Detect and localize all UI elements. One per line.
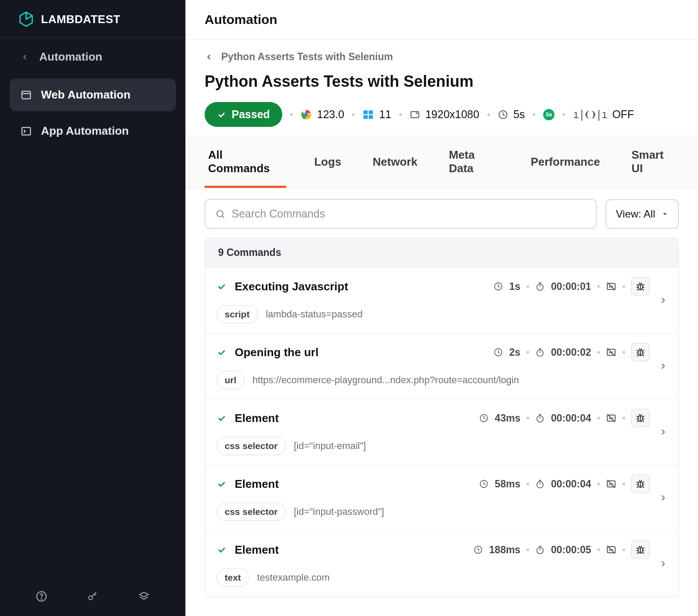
command-row[interactable]: Element 43ms 00:00:04 css selector [id="… — [205, 399, 678, 465]
stopwatch-icon — [535, 347, 545, 357]
duration-value: 5s — [513, 108, 525, 121]
check-icon — [216, 413, 227, 423]
command-title: Element — [235, 477, 279, 491]
chevron-left-icon — [21, 53, 29, 61]
browser-version: 123.0 — [317, 108, 345, 121]
sidebar-item-web-automation[interactable]: Web Automation — [10, 78, 176, 111]
sidebar: LAMBDATEST Automation Web Automation App… — [0, 0, 185, 616]
command-value: [id="input-password"] — [294, 506, 384, 517]
command-timestamp: 00:00:05 — [551, 544, 591, 556]
command-tag: css selector — [216, 437, 286, 455]
clock-icon — [493, 282, 503, 291]
sidebar-back[interactable]: Automation — [0, 38, 185, 76]
tab-meta-data[interactable]: Meta Data — [445, 136, 503, 188]
clock-icon — [493, 347, 503, 357]
expand-chevron[interactable] — [655, 475, 671, 521]
key-icon[interactable] — [86, 590, 99, 603]
search-icon — [215, 209, 226, 219]
separator-dot — [623, 483, 625, 485]
svg-point-17 — [537, 284, 544, 291]
meta-tunnel: ı|❨❩|ı OFF — [573, 108, 634, 121]
breadcrumb-label: Python Asserts Tests with Selenium — [221, 51, 393, 63]
svg-line-25 — [636, 284, 638, 286]
command-tag: text — [216, 568, 249, 587]
debug-button[interactable] — [631, 409, 650, 427]
check-icon — [216, 281, 227, 292]
separator-dot — [623, 548, 625, 551]
debug-button[interactable] — [631, 475, 650, 493]
command-title: Executing Javascript — [235, 280, 348, 293]
brand-logo-icon — [17, 10, 35, 28]
svg-line-59 — [637, 421, 638, 422]
debug-button[interactable] — [631, 277, 650, 296]
svg-point-14 — [217, 211, 223, 217]
command-row[interactable]: Element 58ms 00:00:04 css selector [id="… — [205, 465, 678, 531]
command-title: Element — [235, 543, 279, 557]
commands-panel: 9 Commands Executing Javascript 1s 00:00… — [205, 238, 679, 597]
tab-performance[interactable]: Performance — [527, 143, 603, 181]
view-label: View: All — [616, 208, 655, 220]
chrome-icon — [301, 109, 312, 120]
meta-row: Passed 123.0 11 — [205, 102, 679, 127]
separator-dot — [290, 113, 293, 116]
sidebar-back-label: Automation — [39, 50, 102, 64]
debug-button[interactable] — [631, 541, 650, 559]
tabs: All Commands Logs Network Meta Data Perf… — [185, 136, 698, 188]
debug-button[interactable] — [631, 343, 650, 361]
separator-dot — [562, 113, 565, 116]
expand-chevron[interactable] — [655, 343, 671, 389]
command-row[interactable]: Executing Javascript 1s 00:00:01 script … — [205, 268, 678, 334]
sidebar-item-app-automation[interactable]: App Automation — [10, 115, 176, 147]
command-timestamp: 00:00:04 — [551, 412, 591, 424]
expand-chevron[interactable] — [655, 409, 671, 455]
expand-chevron[interactable] — [655, 277, 671, 323]
svg-line-86 — [643, 548, 644, 549]
command-row[interactable]: Element 188ms 00:00:05 text testexample.… — [205, 531, 678, 596]
stack-icon[interactable] — [137, 590, 151, 603]
separator-dot — [623, 285, 625, 288]
toolbar: View: All — [185, 188, 698, 238]
breadcrumb-back[interactable] — [205, 53, 213, 61]
command-duration: 188ms — [489, 544, 520, 556]
expand-chevron[interactable] — [655, 541, 671, 587]
search-box[interactable] — [205, 199, 597, 229]
main: Automation Python Asserts Tests with Sel… — [185, 0, 698, 616]
stopwatch-icon — [535, 282, 545, 291]
svg-point-4 — [41, 599, 42, 599]
svg-rect-9 — [369, 110, 373, 114]
clock-icon — [479, 479, 489, 489]
svg-point-47 — [537, 416, 544, 422]
svg-line-30 — [643, 289, 644, 290]
tab-all-commands[interactable]: All Commands — [205, 136, 286, 188]
svg-line-75 — [643, 487, 644, 488]
tab-network[interactable]: Network — [369, 143, 421, 181]
svg-line-60 — [643, 421, 644, 422]
tab-smart-ui[interactable]: Smart UI — [628, 136, 679, 188]
separator-dot — [527, 483, 529, 485]
svg-rect-8 — [363, 110, 368, 114]
svg-line-89 — [637, 552, 638, 554]
separator-dot — [597, 417, 600, 419]
svg-line-29 — [637, 289, 638, 290]
command-row[interactable]: Opening the url 2s 00:00:02 url https://… — [205, 334, 678, 399]
separator-dot — [527, 417, 529, 419]
sidebar-nav: Web Automation App Automation — [0, 76, 185, 150]
search-input[interactable] — [232, 208, 586, 220]
clock-icon — [473, 545, 483, 555]
commands-count: 9 Commands — [205, 238, 678, 268]
separator-dot — [597, 285, 600, 288]
command-value: lambda-status=passed — [266, 309, 363, 320]
command-duration: 1s — [509, 281, 520, 293]
tab-logs[interactable]: Logs — [311, 143, 345, 181]
help-icon[interactable] — [35, 590, 48, 603]
svg-line-45 — [643, 355, 644, 356]
separator-dot — [533, 113, 535, 116]
separator-dot — [623, 351, 625, 354]
svg-rect-12 — [411, 112, 419, 118]
svg-line-40 — [636, 350, 638, 351]
resolution-icon — [410, 109, 420, 120]
image-off-icon — [606, 413, 616, 423]
image-off-icon — [606, 479, 616, 489]
command-title: Opening the url — [235, 346, 318, 359]
view-dropdown[interactable]: View: All — [606, 199, 679, 229]
